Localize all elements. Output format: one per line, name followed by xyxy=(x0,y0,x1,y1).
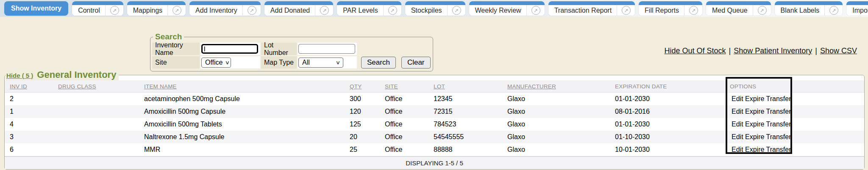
external-link-icon[interactable]: ↗ xyxy=(622,6,631,15)
tab-body: Control↗ xyxy=(72,5,123,16)
tab-divider xyxy=(753,5,753,16)
tab-transaction-report[interactable]: Transaction Report↗ xyxy=(548,1,635,16)
external-link-icon[interactable]: ↗ xyxy=(320,6,329,15)
cell-drug-class xyxy=(55,93,141,106)
external-link-icon[interactable]: ↗ xyxy=(248,6,256,15)
column-header-site[interactable]: SITE xyxy=(381,80,430,93)
column-header-label[interactable]: SITE xyxy=(385,83,398,90)
tab-add-donated[interactable]: Add Donated↗ xyxy=(264,1,333,16)
cell-inv-id: 2 xyxy=(5,93,55,106)
site-cell: Office ∨ xyxy=(200,56,260,69)
tab-body: Fill Reports↗ xyxy=(639,5,702,16)
column-header-label[interactable]: ITEM NAME xyxy=(144,83,177,90)
tab-label: Import xyxy=(852,7,868,14)
tab-mappings[interactable]: Mappings↗ xyxy=(127,1,186,16)
column-header-label[interactable]: DRUG CLASS xyxy=(58,83,96,90)
column-header-label: EXPIRATION DATE xyxy=(615,83,667,90)
tab-accent-bar xyxy=(337,1,401,5)
map-type-select[interactable]: All ∨ xyxy=(298,58,343,68)
clear-button[interactable]: Clear xyxy=(401,57,431,69)
column-header-inv-id[interactable]: INV ID xyxy=(5,80,55,93)
column-header-manufacturer[interactable]: MANUFACTURER xyxy=(504,80,612,93)
tab-med-queue[interactable]: Med Queue↗ xyxy=(706,1,771,16)
cell-inv-id: 6 xyxy=(5,143,55,156)
tab-label: Fill Reports xyxy=(645,7,684,14)
inventory-name-label: Inventory Name xyxy=(152,43,200,55)
cell-spare xyxy=(793,105,864,118)
map-type-select-value: All xyxy=(302,59,310,66)
external-link-icon[interactable]: ↗ xyxy=(829,6,838,15)
tab-label: Add Inventory xyxy=(195,7,242,14)
tab-add-inventory[interactable]: Add Inventory↗ xyxy=(189,1,261,16)
cell-drug-class xyxy=(55,131,141,143)
external-link-icon[interactable]: ↗ xyxy=(452,6,461,15)
tab-divider xyxy=(526,5,527,16)
cell-site: Office xyxy=(381,118,430,131)
tab-label: Med Queue xyxy=(712,7,753,14)
external-link-icon[interactable]: ↗ xyxy=(689,6,698,15)
show-patient-inventory-link[interactable]: Show Patient Inventory xyxy=(734,47,812,55)
column-header-lot[interactable]: LOT xyxy=(430,80,504,93)
tab-accent-bar xyxy=(127,1,186,5)
external-link-icon[interactable]: ↗ xyxy=(110,6,119,15)
column-header-label[interactable]: MANUFACTURER xyxy=(507,83,556,90)
column-header-spare xyxy=(793,80,864,93)
tab-label: Weekly Review xyxy=(475,7,526,14)
column-header-label[interactable]: LOT xyxy=(434,83,445,90)
tab-control[interactable]: Control↗ xyxy=(72,1,123,16)
cell-expiration-date: 10-01-2030 xyxy=(612,143,726,156)
tab-body: Add Inventory↗ xyxy=(189,5,261,16)
column-header-item-name[interactable]: ITEM NAME xyxy=(141,80,346,93)
column-header-label[interactable]: INV ID xyxy=(10,83,27,90)
cell-drug-class xyxy=(55,118,141,131)
quick-link-separator: | xyxy=(815,47,817,55)
tab-fill-reports[interactable]: Fill Reports↗ xyxy=(639,1,702,16)
tab-body: Mappings↗ xyxy=(127,5,186,16)
hide-count-link[interactable]: Hide ( 5 ) xyxy=(6,72,33,79)
map-type-label: Map Type xyxy=(261,56,297,69)
hide-out-of-stock-link[interactable]: Hide Out Of Stock xyxy=(664,47,726,55)
cell-lot: 12345 xyxy=(430,93,504,106)
lot-number-input[interactable] xyxy=(298,44,355,54)
cell-expiration-date: 01-10-2030 xyxy=(612,131,726,143)
tab-body: PAR Levels↗ xyxy=(337,5,401,16)
tab-body: Stockpiles↗ xyxy=(405,5,465,16)
external-link-icon[interactable]: ↗ xyxy=(388,6,397,15)
tab-label: Blank Labels xyxy=(781,7,825,14)
inventory-name-input[interactable] xyxy=(201,44,258,54)
tab-accent-bar xyxy=(469,1,545,5)
cell-lot: 72315 xyxy=(430,105,504,118)
cell-lot: 54545555 xyxy=(430,131,504,143)
external-link-icon[interactable]: ↗ xyxy=(172,6,181,15)
cell-item-name: acetaminophen 500mg Capsule xyxy=(141,93,346,106)
column-header-qty[interactable]: QTY xyxy=(346,80,381,93)
tab-bar: Show InventoryControl↗Mappings↗Add Inven… xyxy=(0,0,868,17)
cell-manufacturer: Glaxo xyxy=(504,93,612,106)
cell-site: Office xyxy=(381,143,430,156)
tab-divider xyxy=(684,5,684,16)
map-type-cell: All ∨ xyxy=(298,56,357,69)
search-button[interactable]: Search xyxy=(361,57,396,69)
cell-inv-id: 4 xyxy=(5,118,55,131)
tab-import[interactable]: Import↗ xyxy=(846,1,868,16)
tab-weekly-review[interactable]: Weekly Review↗ xyxy=(469,1,545,16)
site-select[interactable]: Office ∨ xyxy=(201,58,231,68)
external-link-icon[interactable]: ↗ xyxy=(531,6,540,15)
cell-qty: 300 xyxy=(346,93,381,106)
tab-show-inventory[interactable]: Show Inventory xyxy=(4,1,68,16)
cell-manufacturer: Glaxo xyxy=(504,143,612,156)
cell-item-name: Amoxicillin 500mg Tablets xyxy=(141,118,346,131)
column-header-drug-class[interactable]: DRUG CLASS xyxy=(55,80,141,93)
tab-body: Add Donated↗ xyxy=(264,5,333,16)
tab-stockpiles[interactable]: Stockpiles↗ xyxy=(405,1,465,16)
tab-par-levels[interactable]: PAR Levels↗ xyxy=(337,1,401,16)
cell-site: Office xyxy=(381,105,430,118)
column-header-label[interactable]: QTY xyxy=(350,83,362,90)
cell-item-name: Naltrexone 1.5mg Capsule xyxy=(141,131,346,143)
external-link-icon[interactable]: ↗ xyxy=(758,6,767,15)
tab-blank-labels[interactable]: Blank Labels↗ xyxy=(775,1,843,16)
cell-drug-class xyxy=(55,105,141,118)
inventory-table-footer: DISPLAYING 1-5 / 5 xyxy=(5,156,864,169)
show-csv-link[interactable]: Show CSV xyxy=(820,47,857,55)
search-panel-legend: Search xyxy=(153,32,184,41)
